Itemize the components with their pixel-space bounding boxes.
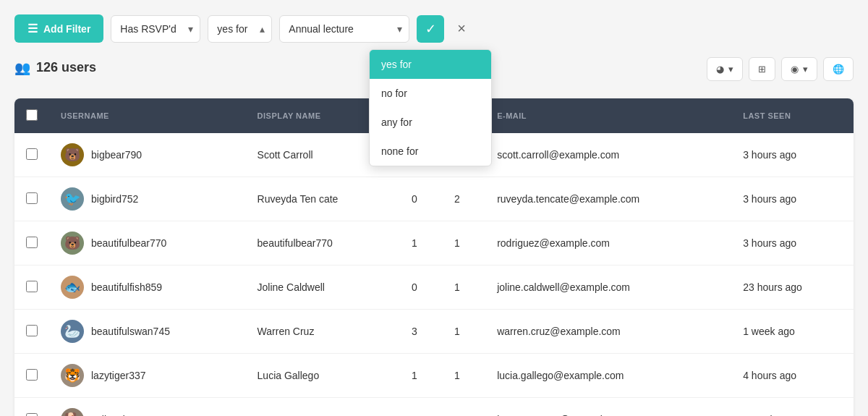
filter3-select[interactable]: Annual lecture (279, 15, 409, 43)
table-row: 🐦 bigbird752 Ruveyda Ten cate 0 2 ruveyd… (14, 177, 854, 221)
row-display-name: Warren Cruz (246, 310, 400, 354)
filter1-wrapper: Has RSVP'd (111, 15, 200, 43)
row-last-seen: 3 hours ago (731, 221, 854, 266)
add-filter-label: Add Filter (43, 23, 90, 35)
row-username: 🐦 bigbird752 (49, 177, 246, 221)
row-last-seen: 4 hours ago (731, 354, 854, 398)
row-rsvp-yes: 0 (400, 398, 443, 417)
row-last-seen: 3 weeks ago (731, 398, 854, 417)
row-checkbox-cell (14, 133, 49, 177)
row-rsvp2: 1 (443, 398, 485, 417)
filter2-select[interactable]: yes for (208, 15, 272, 43)
row-display-name: Joline Caldwell (246, 266, 400, 310)
col-username: USERNAME (49, 98, 246, 133)
row-checkbox-cell (14, 354, 49, 398)
row-checkbox[interactable] (26, 237, 38, 248)
filter2-wrapper: yes for (208, 15, 272, 43)
username-text: beautifulbear770 (91, 237, 166, 249)
row-display-name: Jesse Prescott (246, 398, 400, 417)
dropdown-item-yes-for[interactable]: yes for (370, 50, 491, 79)
users-count: 👥 126 users (14, 60, 96, 76)
row-checkbox[interactable] (26, 413, 38, 417)
users-count-label: 126 users (36, 60, 96, 75)
row-rsvp2: 1 (443, 310, 485, 354)
row-email: lucia.gallego@example.com (485, 354, 731, 398)
row-checkbox-cell (14, 221, 49, 266)
avatar: 🐻 (61, 232, 84, 255)
action-btn-4[interactable]: 🌐 (823, 57, 854, 81)
row-rsvp2: 2 (443, 177, 485, 221)
row-email: jesse.prescott@example.com (485, 398, 731, 417)
avatar: 🐻 (61, 143, 84, 166)
col-checkbox (14, 98, 49, 133)
avatar-emoji: 🐟 (64, 279, 80, 295)
action-btn-1-chevron: ▾ (728, 64, 733, 75)
row-display-name: beautifulbear770 (246, 221, 400, 266)
row-checkbox[interactable] (26, 369, 38, 381)
row-checkbox[interactable] (26, 192, 38, 204)
row-checkbox-cell (14, 266, 49, 310)
row-email: joline.caldwell@example.com (485, 266, 731, 310)
action-btn-2[interactable]: ⊞ (749, 57, 775, 81)
dropdown-item-none-for[interactable]: none for (370, 137, 491, 166)
avatar-emoji: 🐯 (64, 368, 80, 383)
dropdown-menu: yes for no for any for none for (369, 49, 492, 166)
row-checkbox[interactable] (26, 148, 38, 160)
action-btn-1[interactable]: ◕ ▾ (707, 57, 743, 81)
col-last-seen: LAST SEEN (731, 98, 854, 133)
row-display-name: Lucia Gallego (246, 354, 400, 398)
table-row: 🐻 beautifulbear770 beautifulbear770 1 1 … (14, 221, 854, 266)
row-username: 🐻 bigbear790 (49, 133, 246, 177)
row-email: warren.cruz@example.com (485, 310, 731, 354)
row-checkbox[interactable] (26, 281, 38, 292)
action-btn-3[interactable]: ◉ ▾ (781, 57, 817, 81)
table-row: 🐕 yellowdog113 Jesse Prescott 0 1 jesse.… (14, 398, 854, 417)
avatar: 🐦 (61, 187, 84, 211)
avatar-emoji: 🐻 (64, 235, 80, 251)
username-text: bigbird752 (91, 193, 138, 205)
filter-bar: ☰ Add Filter Has RSVP'd yes for yes for … (14, 14, 854, 43)
col-email: E-MAIL (485, 98, 731, 133)
select-all-checkbox[interactable] (26, 109, 38, 121)
row-rsvp-yes: 3 (400, 310, 443, 354)
row-email: scott.carroll@example.com (485, 133, 731, 177)
row-email: ruveyda.tencate@example.com (485, 177, 731, 221)
filter-icon: ☰ (27, 22, 38, 35)
dropdown-item-no-for[interactable]: no for (370, 79, 491, 108)
avatar-emoji: 🐻 (64, 147, 80, 163)
row-rsvp2: 1 (443, 266, 485, 310)
row-last-seen: 3 hours ago (731, 177, 854, 221)
username-text: beautifulfish859 (91, 281, 162, 293)
table-row: 🦢 beautifulswan745 Warren Cruz 3 1 warre… (14, 310, 854, 354)
close-filter-button[interactable]: × (451, 17, 472, 40)
avatar-emoji: 🐕 (64, 412, 80, 416)
page-wrapper: ☰ Add Filter Has RSVP'd yes for yes for … (0, 0, 868, 416)
table-row: 🐟 beautifulfish859 Joline Caldwell 0 1 j… (14, 266, 854, 310)
avatar: 🐯 (61, 364, 84, 387)
filter1-select[interactable]: Has RSVP'd (111, 15, 200, 43)
filter3-wrapper: Annual lecture (279, 15, 409, 43)
row-username: 🐯 lazytiger337 (49, 354, 246, 398)
table-body: 🐻 bigbear790 Scott Carroll 4 2 scott.car… (14, 133, 854, 416)
confirm-filter-button[interactable]: ✓ (417, 15, 444, 43)
eye-icon: ◉ (791, 64, 799, 75)
table-icon: ⊞ (758, 64, 766, 75)
row-rsvp2: 1 (443, 221, 485, 266)
add-filter-button[interactable]: ☰ Add Filter (14, 14, 103, 43)
username-text: lazytiger337 (91, 370, 146, 381)
row-last-seen: 23 hours ago (731, 266, 854, 310)
row-display-name: Ruveyda Ten cate (246, 177, 400, 221)
confirm-icon: ✓ (425, 21, 436, 37)
avatar: 🦢 (61, 320, 84, 343)
username-text: beautifulswan745 (91, 326, 170, 337)
table-row: 🐯 lazytiger337 Lucia Gallego 1 1 lucia.g… (14, 354, 854, 398)
row-username: 🐕 yellowdog113 (49, 398, 246, 417)
action-bar: ◕ ▾ ⊞ ◉ ▾ 🌐 (707, 57, 854, 81)
row-username: 🐻 beautifulbear770 (49, 221, 246, 266)
dropdown-item-any-for[interactable]: any for (370, 108, 491, 137)
row-last-seen: 3 hours ago (731, 133, 854, 177)
row-checkbox[interactable] (26, 325, 38, 336)
row-email: rodriguez@example.com (485, 221, 731, 266)
username-text: bigbear790 (91, 149, 142, 161)
avatar-emoji: 🦢 (64, 323, 80, 339)
